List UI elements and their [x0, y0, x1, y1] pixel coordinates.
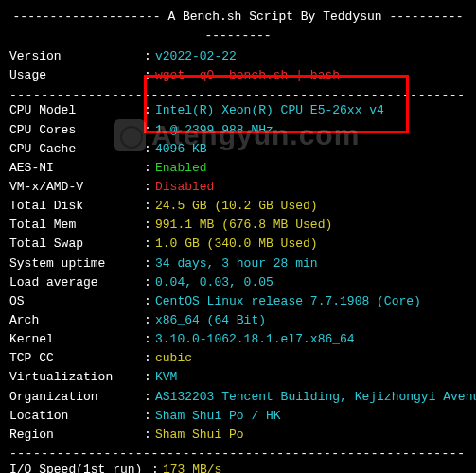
separator: ----------------------------------------…: [9, 445, 467, 461]
info-row: Kernel: 3.10.0-1062.18.1.el7.x86_64: [9, 330, 467, 349]
colon: :: [144, 178, 155, 197]
colon: :: [144, 330, 155, 349]
info-row: CPU Cache: 4096 KB: [9, 140, 467, 159]
info-label: Version: [9, 47, 144, 66]
separator: ----------------------------------------…: [9, 86, 467, 102]
colon: :: [144, 311, 155, 330]
info-value: Intel(R) Xeon(R) CPU E5-26xx v4: [155, 101, 384, 120]
info-row: Version: v2022-02-22: [9, 47, 467, 66]
info-row: Total Mem: 991.1 MB (676.8 MB Used): [9, 216, 467, 235]
info-label: Usage: [9, 66, 144, 85]
script-title: -------------------- A Bench.sh Script B…: [9, 8, 467, 45]
info-value: Disabled: [155, 178, 214, 197]
info-value: 4096 KB: [155, 140, 207, 159]
info-label: CPU Cores: [9, 121, 144, 140]
info-label: Total Mem: [9, 216, 144, 235]
info-value: 34 days, 3 hour 28 min: [155, 254, 318, 273]
info-value: 173 MB/s: [163, 461, 221, 473]
colon: :: [144, 101, 155, 120]
info-label: Kernel: [9, 330, 144, 349]
info-label: AES-NI: [9, 159, 144, 178]
info-label: Total Disk: [9, 197, 144, 216]
section-version: Version: v2022-02-22Usage: wget -qO- ben…: [9, 47, 467, 85]
info-value: cubic: [155, 349, 192, 368]
info-row: Virtualization: KVM: [9, 368, 467, 387]
info-label: Total Swap: [9, 235, 144, 254]
colon: :: [151, 461, 163, 473]
info-value: 1.0 GB (340.0 MB Used): [155, 235, 318, 254]
colon: :: [144, 66, 155, 85]
colon: :: [144, 368, 155, 387]
info-value: 24.5 GB (10.2 GB Used): [155, 197, 318, 216]
colon: :: [144, 349, 155, 368]
info-value: Enabled: [155, 159, 207, 178]
info-label: Arch: [9, 311, 144, 330]
colon: :: [144, 388, 155, 407]
info-label: Virtualization: [9, 368, 144, 387]
info-value: wget -qO- bench.sh | bash: [155, 66, 340, 85]
info-row: Load average: 0.04, 0.03, 0.05: [9, 273, 467, 292]
info-value: 3.10.0-1062.18.1.el7.x86_64: [155, 330, 355, 349]
info-value: 991.1 MB (676.8 MB Used): [155, 216, 332, 235]
colon: :: [144, 273, 155, 292]
colon: :: [144, 216, 155, 235]
info-row: TCP CC: cubic: [9, 349, 467, 368]
colon: :: [144, 292, 155, 311]
info-value: x86_64 (64 Bit): [155, 311, 266, 330]
colon: :: [144, 159, 155, 178]
section-sysinfo: CPU Model: Intel(R) Xeon(R) CPU E5-26xx …: [9, 101, 467, 445]
info-row: CPU Cores: 1 @ 2399.988 MHz: [9, 121, 467, 140]
info-row: System uptime: 34 days, 3 hour 28 min: [9, 254, 467, 273]
info-row: Arch: x86_64 (64 Bit): [9, 311, 467, 330]
info-label: CPU Cache: [9, 140, 144, 159]
info-row: AES-NI: Enabled: [9, 159, 467, 178]
info-row: I/O Speed(1st run) : 173 MB/s: [9, 461, 467, 473]
colon: :: [144, 121, 155, 140]
colon: :: [144, 254, 155, 273]
info-label: System uptime: [9, 254, 144, 273]
info-label: Location: [9, 407, 144, 426]
info-label: Organization: [9, 388, 144, 407]
info-label: I/O Speed(1st run): [9, 461, 151, 473]
info-label: VM-x/AMD-V: [9, 178, 144, 197]
info-value: 0.04, 0.03, 0.05: [155, 273, 273, 292]
colon: :: [144, 197, 155, 216]
info-value: CentOS Linux release 7.7.1908 (Core): [155, 292, 421, 311]
info-row: Organization: AS132203 Tencent Building,…: [9, 388, 467, 407]
info-value: Sham Shui Po / HK: [155, 407, 281, 426]
info-value: Sham Shui Po: [155, 426, 244, 445]
info-value: 1 @ 2399.988 MHz: [155, 121, 273, 140]
info-row: VM-x/AMD-V: Disabled: [9, 178, 467, 197]
info-row: Region: Sham Shui Po: [9, 426, 467, 445]
info-value: v2022-02-22: [155, 47, 237, 66]
info-row: CPU Model: Intel(R) Xeon(R) CPU E5-26xx …: [9, 101, 467, 120]
info-label: Region: [9, 426, 144, 445]
colon: :: [144, 407, 155, 426]
info-label: CPU Model: [9, 101, 144, 120]
info-row: Location: Sham Shui Po / HK: [9, 407, 467, 426]
info-value: KVM: [155, 368, 177, 387]
colon: :: [144, 426, 155, 445]
info-label: Load average: [9, 273, 144, 292]
info-label: OS: [9, 292, 144, 311]
section-io: I/O Speed(1st run) : 173 MB/sI/O Speed(2…: [9, 461, 467, 473]
colon: :: [144, 140, 155, 159]
info-row: Total Disk: 24.5 GB (10.2 GB Used): [9, 197, 467, 216]
info-row: Total Swap: 1.0 GB (340.0 MB Used): [9, 235, 467, 254]
colon: :: [144, 235, 155, 254]
colon: :: [144, 47, 155, 66]
info-row: OS: CentOS Linux release 7.7.1908 (Core): [9, 292, 467, 311]
info-value: AS132203 Tencent Building, Kejizhongyi A…: [155, 388, 476, 407]
info-row: Usage: wget -qO- bench.sh | bash: [9, 66, 467, 85]
info-label: TCP CC: [9, 349, 144, 368]
